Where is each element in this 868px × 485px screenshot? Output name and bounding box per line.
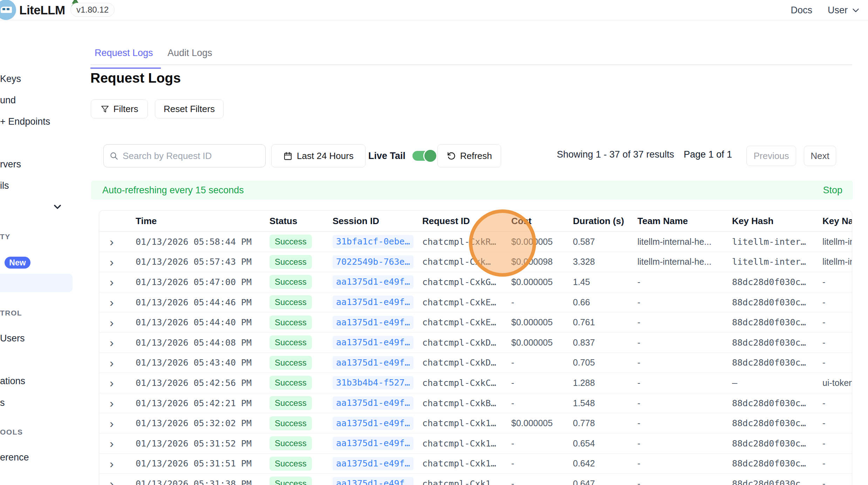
- status-badge: Success: [269, 436, 312, 450]
- sidebar-item-teams[interactable]: s: [0, 397, 5, 408]
- expand-row-chevron-icon[interactable]: ›: [105, 357, 114, 369]
- cell-key-hash: 88dc28d0f030c…: [726, 398, 817, 408]
- session-id-link[interactable]: 31bfa1cf-0ebe…: [333, 235, 414, 248]
- expand-row-chevron-icon[interactable]: ›: [105, 317, 114, 328]
- table-row[interactable]: › 01/13/2026 05:31:38 PM Success aa1375d…: [99, 474, 852, 485]
- expand-row-chevron-icon[interactable]: ›: [105, 296, 114, 308]
- cell-team-name: -: [632, 479, 726, 485]
- session-id-link[interactable]: aa1375d1-e49f…: [333, 296, 414, 309]
- cell-team-name: -: [632, 317, 726, 327]
- session-id-link[interactable]: aa1375d1-e49f…: [333, 336, 414, 349]
- cell-time: 01/13/2026 05:31:51 PM: [130, 458, 264, 469]
- tab-request-logs[interactable]: Request Logs: [92, 48, 156, 58]
- cell-key-name: -: [817, 338, 852, 348]
- cell-time: 01/13/2026 05:31:52 PM: [130, 438, 264, 449]
- status-badge: Success: [269, 255, 312, 269]
- cell-time: 01/13/2026 05:31:38 PM: [130, 479, 264, 485]
- expand-row-chevron-icon[interactable]: ›: [105, 256, 114, 268]
- sidebar-item-virtual-keys[interactable]: Keys: [0, 74, 21, 84]
- session-id-link[interactable]: 7022549b-763e…: [333, 255, 414, 269]
- page-indicator: Page 1 of 1: [684, 149, 732, 160]
- table-row[interactable]: › 01/13/2026 05:32:02 PM Success aa1375d…: [99, 413, 852, 434]
- live-tail-toggle[interactable]: [412, 151, 436, 161]
- table-row[interactable]: › 01/13/2026 05:44:40 PM Success aa1375d…: [99, 312, 852, 333]
- table-row[interactable]: › 01/13/2026 05:57:43 PM Success 7022549…: [99, 252, 852, 272]
- expand-row-chevron-icon[interactable]: ›: [105, 236, 114, 248]
- col-team-name: Team Name: [632, 216, 726, 227]
- expand-row-chevron-icon[interactable]: ›: [105, 478, 114, 485]
- cell-key-name: litellm-int: [817, 237, 852, 247]
- cell-request-id: chatcmpl-Cxk…: [417, 257, 506, 267]
- session-id-link[interactable]: aa1375d1-e49f…: [333, 417, 414, 430]
- sidebar-item-mcp-servers[interactable]: rvers: [0, 159, 21, 170]
- status-badge: Success: [269, 275, 312, 289]
- search-input[interactable]: [123, 151, 260, 161]
- expand-row-chevron-icon[interactable]: ›: [105, 397, 114, 409]
- expand-row-chevron-icon[interactable]: ›: [105, 458, 114, 470]
- cell-cost: -: [506, 479, 567, 485]
- toggle-knob: [423, 149, 437, 163]
- brand-title[interactable]: LiteLLM: [19, 3, 65, 17]
- live-tail-control: Live Tail: [368, 144, 436, 167]
- sidebar-item-models-endpoints[interactable]: + Endpoints: [0, 116, 50, 127]
- table-row[interactable]: › 01/13/2026 05:31:51 PM Success aa1375d…: [99, 454, 852, 474]
- litellm-logo-icon[interactable]: [0, 0, 16, 20]
- cell-key-hash: 88dc28d0f030c…: [726, 277, 817, 287]
- session-id-link[interactable]: 31b3b4b4-f527…: [333, 376, 414, 389]
- next-page-button[interactable]: Next: [804, 146, 836, 166]
- cell-team-name: -: [632, 297, 726, 307]
- cell-request-id: chatcmpl-Cxk1…: [417, 458, 506, 469]
- sidebar-item-api-reference[interactable]: erence: [0, 452, 29, 463]
- status-badge: Success: [269, 477, 312, 485]
- table-row[interactable]: › 01/13/2026 05:42:56 PM Success 31b3b4b…: [99, 373, 852, 393]
- cell-key-hash: 88dc28d0f030c…: [726, 438, 817, 449]
- session-id-link[interactable]: aa1375d1-e49f…: [333, 316, 414, 329]
- session-id-link[interactable]: aa1375d1-e49f…: [333, 477, 414, 485]
- expand-row-chevron-icon[interactable]: ›: [105, 337, 114, 348]
- sidebar-item-organizations[interactable]: ations: [0, 376, 25, 387]
- cell-time: 01/13/2026 05:42:21 PM: [130, 398, 264, 408]
- cell-key-hash: –: [726, 378, 817, 388]
- table-row[interactable]: › 01/13/2026 05:47:00 PM Success aa1375d…: [99, 272, 852, 292]
- expand-row-chevron-icon[interactable]: ›: [105, 417, 114, 429]
- previous-page-button[interactable]: Previous: [746, 146, 796, 166]
- tab-audit-logs[interactable]: Audit Logs: [165, 48, 215, 58]
- sidebar-item-logs-selected[interactable]: [0, 274, 73, 292]
- cell-team-name: -: [632, 378, 726, 388]
- expand-row-chevron-icon[interactable]: ›: [105, 437, 114, 449]
- sidebar-item-guardrails[interactable]: ils: [0, 180, 9, 191]
- cell-cost: -: [506, 297, 567, 307]
- new-feature-badge: New: [5, 257, 30, 269]
- refresh-button[interactable]: Refresh: [437, 144, 501, 167]
- session-id-link[interactable]: aa1375d1-e49f…: [333, 437, 414, 450]
- table-row[interactable]: › 01/13/2026 05:42:21 PM Success aa1375d…: [99, 393, 852, 414]
- table-row[interactable]: › 01/13/2026 05:31:52 PM Success aa1375d…: [99, 434, 852, 454]
- col-cost: Cost: [506, 216, 567, 227]
- reset-filters-button[interactable]: Reset Filters: [155, 99, 224, 118]
- cell-cost: $0.000005: [506, 277, 567, 287]
- table-body: › 01/13/2026 05:58:44 PM Success 31bfa1c…: [99, 232, 852, 485]
- sidebar-item-playground[interactable]: und: [0, 95, 16, 106]
- cell-key-name: -: [817, 297, 852, 307]
- session-id-link[interactable]: aa1375d1-e49f…: [333, 457, 414, 470]
- cell-duration: 1.548: [567, 398, 632, 408]
- filters-button[interactable]: Filters: [91, 99, 148, 118]
- session-id-link[interactable]: aa1375d1-e49f…: [333, 356, 414, 369]
- expand-row-chevron-icon[interactable]: ›: [105, 377, 114, 389]
- cell-cost: $0.000005: [506, 237, 567, 247]
- table-row[interactable]: › 01/13/2026 05:44:46 PM Success aa1375d…: [99, 292, 852, 313]
- session-id-link[interactable]: aa1375d1-e49f…: [333, 396, 414, 410]
- docs-link[interactable]: Docs: [791, 5, 812, 16]
- expand-row-chevron-icon[interactable]: ›: [105, 276, 114, 288]
- status-badge: Success: [269, 235, 312, 249]
- user-menu[interactable]: User: [828, 5, 860, 16]
- table-row[interactable]: › 01/13/2026 05:44:08 PM Success aa1375d…: [99, 333, 852, 353]
- sidebar-collapse-chevron-icon[interactable]: [53, 202, 62, 212]
- stop-auto-refresh-link[interactable]: Stop: [823, 185, 842, 196]
- session-id-link[interactable]: aa1375d1-e49f…: [333, 275, 414, 289]
- table-row[interactable]: › 01/13/2026 05:58:44 PM Success 31bfa1c…: [99, 232, 852, 252]
- table-row[interactable]: › 01/13/2026 05:43:40 PM Success aa1375d…: [99, 353, 852, 373]
- cell-key-name: -: [817, 438, 852, 449]
- sidebar-item-internal-users[interactable]: Users: [0, 333, 25, 344]
- date-range-button[interactable]: Last 24 Hours: [271, 144, 365, 167]
